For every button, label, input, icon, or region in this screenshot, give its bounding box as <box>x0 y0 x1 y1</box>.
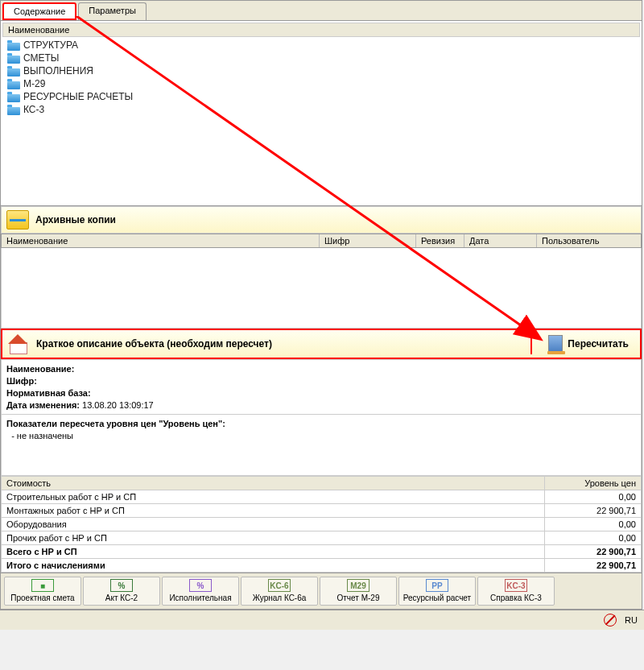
desc-date-label: Дата изменения: <box>6 400 80 410</box>
tree-column-header: Наименование <box>2 23 640 37</box>
toolbar-button-icon: % <box>189 579 212 592</box>
toolbar-button[interactable]: %Исполнительная <box>162 577 239 606</box>
cost-row: Строительных работ с НР и СП0,00 <box>2 490 641 504</box>
cost-row: Монтажных работ с НР и СП22 900,71 <box>2 504 641 518</box>
cost-header-level: Уровень цен <box>544 477 641 490</box>
cost-row-label: Итого с начислениями <box>2 559 544 572</box>
cost-row-label: Прочих работ с НР и СП <box>2 531 544 544</box>
toolbar-button-icon: KC-3 <box>505 579 527 592</box>
tree-item[interactable]: РЕСУРСНЫЕ РАСЧЕТЫ <box>6 90 637 103</box>
toolbar-button-icon: KC-6 <box>268 579 291 592</box>
toolbar-button-label: Исполнительная <box>164 593 237 602</box>
tree-item-label: М-29 <box>23 78 45 89</box>
archive-title: Архивные копии <box>35 214 116 225</box>
toolbar-button[interactable]: %Акт КС-2 <box>83 577 160 606</box>
desc-date-value: 13.08.20 13:09:17 <box>82 400 154 410</box>
cost-header-cost: Стоимость <box>2 477 544 490</box>
house-icon <box>7 334 28 354</box>
desc-indicators-label: Показатели пересчета уровня цен "Уровень… <box>6 419 225 428</box>
tree-item[interactable]: СМЕТЫ <box>6 52 637 64</box>
archive-grid-body[interactable] <box>1 248 642 329</box>
toolbar-button-icon: M29 <box>347 579 369 592</box>
bottom-toolbar: ■Проектная смета%Акт КС-2%Исполнительная… <box>1 573 642 609</box>
desc-code-label: Шифр: <box>6 376 37 386</box>
recalculate-label: Пересчитать <box>568 338 629 349</box>
tree-item-label: РЕСУРСНЫЕ РАСЧЕТЫ <box>23 91 133 102</box>
toolbar-button-label: Акт КС-2 <box>85 593 158 602</box>
cost-row: Оборудования0,00 <box>2 518 641 531</box>
toolbar-button-label: Проектная смета <box>6 593 79 602</box>
cost-row: Итого с начислениями22 900,71 <box>2 559 641 572</box>
desc-name-label: Наименование: <box>6 364 74 374</box>
toolbar-button-icon: % <box>110 579 133 592</box>
tree-panel: Наименование СТРУКТУРАСМЕТЫВЫПОЛНЕНИЯМ-2… <box>1 21 642 206</box>
archive-icon <box>6 210 29 230</box>
cost-row-label: Оборудования <box>2 518 544 531</box>
toolbar-button-label: Ресурсный расчет <box>401 593 473 602</box>
description-body: Наименование: Шифр: Нормативная база: Да… <box>1 359 642 476</box>
folder-icon <box>7 105 20 115</box>
description-header: Краткое описание объекта (необходим пере… <box>1 329 642 359</box>
folder-icon <box>7 79 20 89</box>
toolbar-button-label: Отчет М-29 <box>322 593 394 602</box>
cost-row-value: 22 900,71 <box>544 559 641 572</box>
cost-row-value: 22 900,71 <box>544 504 641 517</box>
folder-icon <box>7 53 20 64</box>
tree-item-label: СТРУКТУРА <box>23 39 78 51</box>
tab-bar: Содержание Параметры <box>1 1 642 21</box>
tree-item[interactable]: КС-3 <box>6 103 637 116</box>
toolbar-button[interactable]: PPРесурсный расчет <box>398 577 476 606</box>
folder-icon <box>7 92 20 102</box>
toolbar-button[interactable]: KC-3Справка КС-3 <box>477 577 555 606</box>
col-user[interactable]: Пользователь <box>537 234 641 247</box>
tree-item[interactable]: М-29 <box>6 77 637 90</box>
cost-row-label: Строительных работ с НР и СП <box>2 490 544 503</box>
cost-row-value: 22 900,71 <box>544 545 641 558</box>
tree-item-label: СМЕТЫ <box>23 52 59 64</box>
archive-grid-header: Наименование Шифр Ревизия Дата Пользоват… <box>1 234 642 248</box>
cost-row-label: Всего с НР и СП <box>2 545 544 558</box>
calculator-icon <box>548 335 563 353</box>
cost-row-label: Монтажных работ с НР и СП <box>2 504 544 517</box>
tree-item-label: КС-3 <box>23 104 44 115</box>
tree-item[interactable]: СТРУКТУРА <box>6 39 637 52</box>
cost-row-value: 0,00 <box>544 518 641 531</box>
description-title: Краткое описание объекта (необходим пере… <box>36 338 272 349</box>
toolbar-button[interactable]: ■Проектная смета <box>4 577 81 606</box>
cost-row-value: 0,00 <box>544 490 641 503</box>
desc-base-label: Нормативная база: <box>6 388 91 398</box>
cost-table: Стоимость Уровень цен Строительных работ… <box>1 476 642 573</box>
disabled-icon <box>604 614 617 627</box>
desc-indicators-value: - не назначены <box>11 431 73 440</box>
col-rev[interactable]: Ревизия <box>416 234 464 247</box>
archive-section-header: Архивные копии <box>1 206 642 234</box>
toolbar-button-label: Справка КС-3 <box>480 593 552 602</box>
toolbar-button[interactable]: KC-6Журнал КС-6а <box>241 577 318 606</box>
language-indicator[interactable]: RU <box>625 615 638 625</box>
folder-icon <box>7 66 20 77</box>
cost-row: Прочих работ с НР и СП0,00 <box>2 531 641 545</box>
col-date[interactable]: Дата <box>464 234 537 247</box>
toolbar-button-icon: ■ <box>31 579 54 592</box>
tab-params[interactable]: Параметры <box>78 2 147 20</box>
col-name[interactable]: Наименование <box>2 234 320 247</box>
cost-row: Всего с НР и СП22 900,71 <box>2 545 641 559</box>
folder-icon <box>7 40 20 51</box>
col-code[interactable]: Шифр <box>320 234 416 247</box>
toolbar-button-label: Журнал КС-6а <box>243 593 316 602</box>
toolbar-button-icon: PP <box>426 579 448 592</box>
tree-item-label: ВЫПОЛНЕНИЯ <box>23 65 93 77</box>
recalculate-button[interactable]: Пересчитать <box>530 333 635 354</box>
status-bar: RU <box>0 610 644 630</box>
toolbar-button[interactable]: M29Отчет М-29 <box>320 577 397 606</box>
tab-content[interactable]: Содержание <box>2 2 76 20</box>
cost-row-value: 0,00 <box>544 531 641 544</box>
tree-item[interactable]: ВЫПОЛНЕНИЯ <box>6 64 637 77</box>
